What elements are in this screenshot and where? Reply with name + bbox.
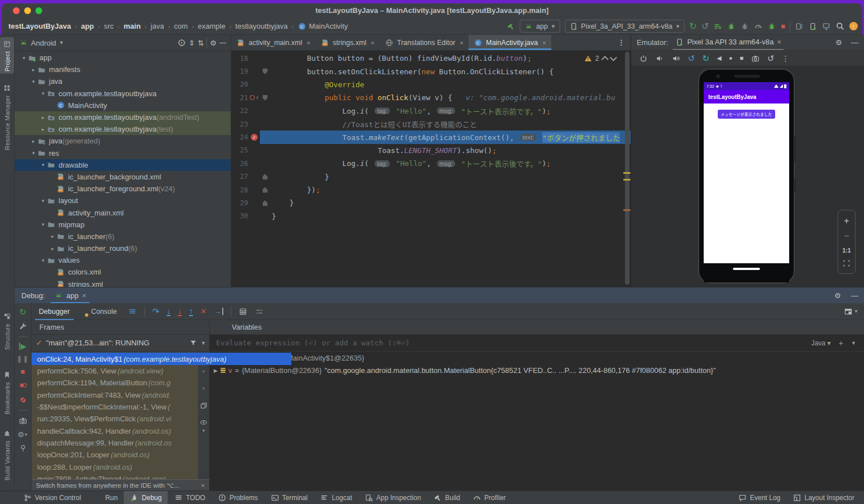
close-icon[interactable]: ×	[201, 482, 205, 489]
rotate-right-icon[interactable]: ↻	[703, 54, 710, 62]
tree-item[interactable]: </>activity_main.xml	[15, 206, 231, 218]
chevron-down-icon[interactable]: ▾	[39, 91, 47, 96]
scrollbar-thumb[interactable]	[625, 52, 629, 285]
statusbar-terminal[interactable]: Terminal	[264, 491, 314, 504]
close-icon[interactable]: ×	[460, 39, 464, 46]
breadcrumb-item[interactable]: testLayoutByJava	[8, 22, 71, 30]
code-line[interactable]: 20@Override	[231, 78, 631, 91]
chevron-right-icon[interactable]: ▸	[39, 115, 47, 120]
tool-strip-project[interactable]: Project	[0, 37, 14, 74]
tree-item[interactable]: ▸java (generated)	[15, 135, 231, 147]
frame-row[interactable]: loopOnce:201, Looper (android.os)	[32, 449, 198, 461]
overview-button-icon[interactable]: ■	[740, 55, 744, 61]
gear-icon[interactable]: ⚙	[210, 39, 217, 47]
view-breakpoints-icon[interactable]	[19, 381, 28, 390]
debug-session-tab[interactable]: app ×	[51, 287, 89, 303]
force-step-into-icon[interactable]: ↓	[178, 307, 182, 316]
gear-icon[interactable]: ⚙	[833, 291, 842, 300]
fold-marker-icon[interactable]	[263, 95, 268, 101]
home-button-icon[interactable]: ●	[729, 55, 733, 61]
breadcrumb-item[interactable]: main	[124, 22, 141, 30]
breadcrumb-item[interactable]: CMainActivity	[298, 22, 348, 31]
tab-console[interactable]: Console	[81, 303, 121, 320]
tree-item[interactable]: ▾res	[15, 147, 231, 159]
run-config-select[interactable]: app▼	[520, 20, 560, 33]
step-out-icon[interactable]: ↑	[189, 307, 193, 316]
statusbar-problems[interactable]: Problems	[212, 491, 264, 504]
frame-row[interactable]: performClickInternal:7483, View (android…	[32, 389, 198, 401]
chevron-down-icon[interactable]: ▾	[39, 258, 47, 263]
editor-scrollbar[interactable]	[624, 52, 630, 285]
tree-item[interactable]: ▾com.example.testlayoutbyjava	[15, 88, 231, 100]
filter-dropdown-icon[interactable]: ▼	[851, 340, 856, 346]
fold-marker-icon[interactable]	[263, 174, 268, 179]
tree-item[interactable]: </>colors.xml	[15, 266, 231, 278]
restore-layout-icon[interactable]	[844, 307, 853, 316]
code-line[interactable]: 25Toast.LENGTH_SHORT).show();	[231, 144, 631, 157]
frame-row[interactable]: performClick:1194, MaterialButton (com.g	[32, 377, 198, 389]
tool-strip-build-variants[interactable]: Build Variants	[0, 429, 14, 480]
hide-panel-icon[interactable]: —	[219, 39, 226, 46]
frame-row[interactable]: loop:288, Looper (android.os)	[32, 461, 198, 472]
breakpoint-icon[interactable]: ✓	[251, 134, 258, 141]
chevron-right-icon[interactable]: ▸	[30, 138, 37, 144]
build-hammer-icon[interactable]	[506, 22, 515, 31]
phone-app-button[interactable]: メッセージが表示されました	[718, 110, 775, 119]
tree-item[interactable]: ▸ic_launcher (6)	[15, 231, 231, 242]
chevron-right-icon[interactable]: ▶	[214, 368, 218, 374]
code-line[interactable]: 27}	[231, 170, 631, 183]
profile-app-icon[interactable]	[767, 22, 776, 31]
tree-item[interactable]: </>ic_launcher_background.xml	[15, 171, 231, 183]
hide-panel-icon[interactable]: —	[851, 292, 858, 299]
next-warning-icon[interactable]	[610, 54, 617, 61]
expand-all-icon[interactable]: ⇕	[189, 39, 195, 47]
zoom-reset-button[interactable]: 1:1	[842, 247, 850, 254]
thread-dump-camera-icon[interactable]	[19, 416, 28, 425]
statusbar-build[interactable]: Build	[427, 491, 466, 504]
code-line[interactable]: 28});	[231, 183, 631, 196]
frame-selected-row[interactable]: onClick:24, MainActivity$1 (com.example.…	[32, 353, 291, 365]
breadcrumb-item[interactable]: testlayoutbyjava	[235, 22, 287, 30]
tool-strip-bookmarks[interactable]: Bookmarks	[0, 370, 14, 415]
hide-panel-icon[interactable]: —	[851, 39, 858, 46]
tree-item[interactable]: ▾layout	[15, 195, 231, 206]
tree-item[interactable]: CMainActivity	[15, 100, 231, 111]
emulator-device-tab[interactable]: Pixel 3a API 33 arm64-v8a ×	[673, 35, 784, 50]
project-view-selector[interactable]: Android	[31, 39, 56, 47]
chevron-down-icon[interactable]: ▾	[20, 55, 28, 61]
chevron-down-icon[interactable]: ▾	[30, 79, 37, 84]
running-devices-icon[interactable]	[808, 22, 817, 31]
rotate-left-icon[interactable]: ↺	[688, 54, 695, 62]
chevron-right-icon[interactable]: ▸	[49, 233, 56, 239]
update-badge-icon[interactable]: ↑	[849, 22, 858, 31]
frame-row[interactable]: handleCallback:942, Handler (android.os)	[32, 425, 198, 436]
fit-to-window-icon[interactable]	[842, 259, 851, 268]
evaluate-expression-bar[interactable]: Evaluate expression (⏎) or add a watch (…	[209, 335, 864, 352]
layout-menu-icon[interactable]	[128, 307, 137, 316]
tree-item[interactable]: ▾java	[15, 75, 231, 87]
screenshot-icon[interactable]	[751, 54, 760, 63]
breadcrumb-item[interactable]: java	[151, 22, 164, 30]
tree-item[interactable]: ▾app	[15, 52, 231, 64]
apply-code-changes-icon[interactable]	[713, 22, 722, 31]
code-area[interactable]: 18Button button = (Button) findViewById(…	[231, 51, 631, 287]
run-apply-changes-icon[interactable]: ↻	[689, 22, 696, 31]
rerun-debug-icon[interactable]: ↻	[19, 308, 26, 316]
chevron-right-icon[interactable]: ▸	[30, 67, 37, 73]
debug-icon[interactable]	[727, 22, 736, 31]
chevron-down-icon[interactable]: ▾	[39, 162, 47, 168]
language-select[interactable]: Java ▾	[811, 339, 831, 347]
thread-filter-icon[interactable]	[188, 339, 197, 348]
thread-selector[interactable]: ✓"main"@21,53...ain": RUNNING▼	[32, 335, 209, 352]
fold-marker-icon[interactable]	[263, 69, 268, 74]
eye-dropdown-icon[interactable]: ▼	[199, 426, 208, 435]
tree-item[interactable]: </>ic_launcher_foreground.xml (v24)	[15, 183, 231, 195]
pause-icon[interactable]: ❚❚	[16, 356, 29, 362]
warning-stripe-mark[interactable]	[623, 179, 631, 181]
zoom-in-button[interactable]: +	[844, 216, 849, 226]
close-icon[interactable]: ×	[542, 39, 546, 46]
volume-up-icon[interactable]	[672, 54, 681, 63]
tab-options-kebab-icon[interactable]: ⋮	[618, 35, 631, 50]
prev-warning-icon[interactable]	[601, 56, 609, 63]
tool-strip-structure[interactable]: Structure	[0, 312, 14, 350]
